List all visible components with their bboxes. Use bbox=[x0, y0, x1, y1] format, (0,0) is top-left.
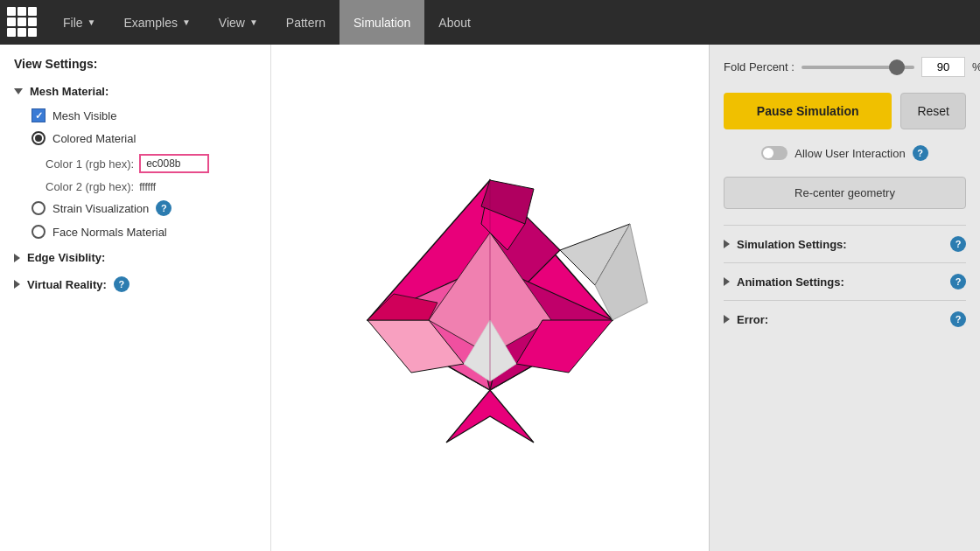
nav-view-arrow: ▼ bbox=[249, 17, 258, 27]
strain-help-icon[interactable]: ? bbox=[156, 200, 172, 216]
vr-section-header[interactable]: Virtual Reality: ? bbox=[14, 276, 256, 292]
nav-about[interactable]: About bbox=[424, 0, 485, 45]
topnav: File ▼ Examples ▼ View ▼ Pattern Simulat… bbox=[0, 0, 980, 45]
fold-percent-label: Fold Percent : bbox=[724, 60, 794, 73]
strain-radio[interactable] bbox=[32, 201, 46, 215]
right-panel: Fold Percent : % Pause Simulation Reset … bbox=[709, 45, 980, 551]
main-layout: View Settings: Mesh Material: Mesh Visib… bbox=[0, 45, 980, 551]
mesh-visible-checkbox[interactable] bbox=[32, 108, 46, 122]
colored-material-radio-inner bbox=[35, 135, 42, 142]
color1-input[interactable] bbox=[139, 154, 209, 173]
color2-row: Color 2 (rgb hex): ffffff bbox=[46, 180, 256, 193]
nav-examples-label: Examples bbox=[123, 16, 177, 30]
sim-settings-help[interactable]: ? bbox=[950, 236, 966, 252]
sim-settings-left: Simulation Settings: bbox=[724, 238, 847, 251]
fold-percent-unit: % bbox=[972, 60, 980, 73]
mesh-visible-row: Mesh Visible bbox=[32, 108, 256, 122]
left-panel: View Settings: Mesh Material: Mesh Visib… bbox=[0, 45, 271, 551]
colored-material-label: Colored Material bbox=[52, 132, 136, 145]
simulation-buttons: Pause Simulation Reset bbox=[724, 93, 966, 129]
error-arrow bbox=[724, 315, 730, 324]
nav-file-arrow: ▼ bbox=[88, 17, 96, 27]
anim-settings-left: Animation Settings: bbox=[724, 276, 844, 289]
fold-percent-row: Fold Percent : % bbox=[724, 57, 966, 77]
allow-interaction-toggle[interactable] bbox=[761, 146, 788, 160]
vr-section-arrow bbox=[14, 280, 20, 289]
mesh-section-label: Mesh Material: bbox=[30, 85, 108, 98]
vr-section-label: Virtual Reality: bbox=[27, 278, 107, 291]
mesh-visible-label: Mesh Visible bbox=[52, 109, 116, 122]
error-label[interactable]: Error: bbox=[737, 313, 768, 326]
strain-row: Strain Visualization ? bbox=[32, 200, 256, 216]
error-help[interactable]: ? bbox=[950, 311, 966, 327]
color1-row: Color 1 (rgb hex): bbox=[46, 154, 256, 173]
sim-settings-arrow bbox=[724, 240, 730, 248]
anim-settings-section: Animation Settings: ? bbox=[724, 262, 966, 300]
error-left: Error: bbox=[724, 313, 768, 326]
nav-file-label: File bbox=[63, 16, 83, 30]
face-normals-radio[interactable] bbox=[32, 225, 46, 239]
reset-button[interactable]: Reset bbox=[900, 93, 966, 129]
sim-settings-label[interactable]: Simulation Settings: bbox=[737, 238, 847, 251]
color2-label: Color 2 (rgb hex): bbox=[46, 180, 134, 193]
allow-interaction-row: Allow User Interaction ? bbox=[724, 145, 966, 161]
panel-title: View Settings: bbox=[14, 57, 256, 71]
strain-label: Strain Visualization bbox=[52, 202, 149, 215]
nav-simulation-label: Simulation bbox=[354, 16, 410, 30]
nav-file[interactable]: File ▼ bbox=[49, 0, 109, 45]
color2-value: ffffff bbox=[139, 181, 156, 193]
colored-material-radio[interactable] bbox=[32, 131, 46, 145]
nav-pattern[interactable]: Pattern bbox=[272, 0, 340, 45]
anim-settings-label[interactable]: Animation Settings: bbox=[737, 276, 844, 289]
error-section: Error: ? bbox=[724, 300, 966, 338]
fold-percent-slider[interactable] bbox=[802, 66, 914, 69]
origami-model bbox=[306, 145, 674, 451]
grid-icon[interactable] bbox=[7, 7, 38, 38]
anim-settings-arrow bbox=[724, 277, 730, 286]
colored-material-row: Colored Material bbox=[32, 131, 256, 145]
nav-view-label: View bbox=[219, 16, 245, 30]
recenter-button[interactable]: Re-center geometry bbox=[724, 177, 966, 209]
vr-help-icon[interactable]: ? bbox=[114, 276, 130, 292]
pause-simulation-button[interactable]: Pause Simulation bbox=[724, 93, 892, 129]
color1-label: Color 1 (rgb hex): bbox=[46, 157, 134, 171]
mesh-section-header[interactable]: Mesh Material: bbox=[14, 85, 256, 98]
edge-section-arrow bbox=[14, 254, 20, 262]
face-normals-row: Face Normals Material bbox=[32, 225, 256, 239]
allow-interaction-help[interactable]: ? bbox=[913, 145, 928, 161]
sim-settings-section: Simulation Settings: ? bbox=[724, 225, 966, 262]
svg-marker-4 bbox=[446, 390, 534, 443]
edge-section-label: Edge Visiblity: bbox=[27, 251, 105, 264]
mesh-section-arrow bbox=[14, 88, 23, 94]
nav-about-label: About bbox=[438, 16, 471, 30]
nav-simulation[interactable]: Simulation bbox=[340, 0, 424, 45]
canvas-area[interactable] bbox=[271, 45, 709, 551]
face-normals-label: Face Normals Material bbox=[52, 226, 167, 239]
fold-percent-input[interactable] bbox=[921, 57, 965, 77]
anim-settings-help[interactable]: ? bbox=[950, 274, 966, 289]
nav-examples-arrow: ▼ bbox=[182, 17, 191, 27]
nav-view[interactable]: View ▼ bbox=[205, 0, 272, 45]
nav-examples[interactable]: Examples ▼ bbox=[109, 0, 204, 45]
allow-interaction-label: Allow User Interaction bbox=[794, 147, 905, 160]
nav-pattern-label: Pattern bbox=[286, 16, 326, 30]
edge-section-header[interactable]: Edge Visiblity: bbox=[14, 251, 256, 264]
